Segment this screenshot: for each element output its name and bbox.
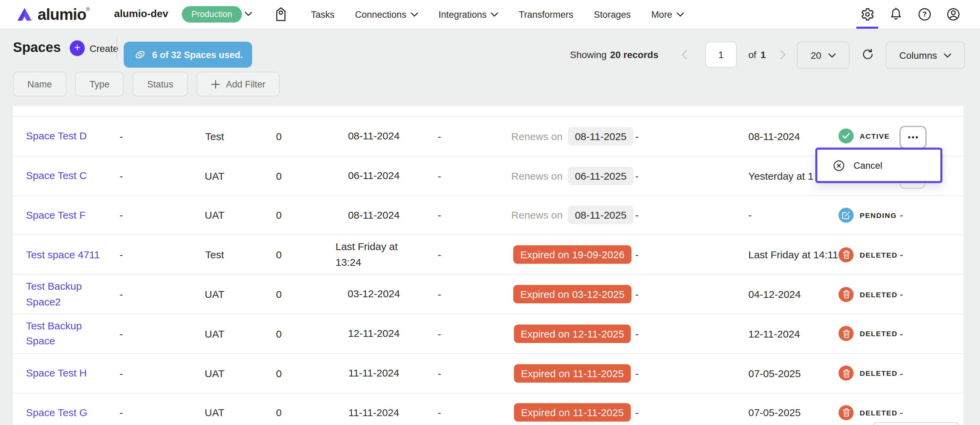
dash-cell: - <box>109 117 133 156</box>
status-label: DELETED <box>860 251 898 259</box>
dash-cell: - <box>426 196 453 235</box>
dash-cell: - <box>623 236 651 274</box>
dash-cell: - <box>109 196 133 235</box>
dash-cell: - <box>894 196 908 235</box>
nav-item-more[interactable]: More <box>651 9 684 19</box>
expired-badge: Expired on 19-09-2026 <box>513 246 631 264</box>
space-name-cell: Space Test G <box>26 393 102 425</box>
space-name-cell: Space Test H <box>26 354 102 393</box>
dash-cell: - <box>109 314 133 353</box>
alumio-logo[interactable]: alumio ® <box>16 5 90 23</box>
columns-button[interactable]: Columns <box>886 42 965 69</box>
table-row: Space Test G-UAT011-11-2024-Expired on 1… <box>13 393 964 425</box>
page-size-select[interactable]: 20 <box>797 42 850 69</box>
space-name-link[interactable]: Test Backup Space2 <box>26 279 102 310</box>
environment-badge[interactable]: Production <box>182 6 242 22</box>
renews-on-label: Renews on <box>511 209 562 221</box>
dash-cell: - <box>894 236 908 274</box>
filter-chip-name[interactable]: Name <box>13 72 66 96</box>
nav-item-tasks[interactable]: Tasks <box>311 9 334 19</box>
dash-cell: - <box>623 196 651 235</box>
chevron-down-icon <box>491 12 498 17</box>
created-date-cell: 08-11-2024 <box>319 117 428 156</box>
status-label: ACTIVE <box>860 132 890 140</box>
nav-item-integrations[interactable]: Integrations <box>438 9 498 19</box>
row-actions-button[interactable] <box>899 126 927 149</box>
spaces-usage-button[interactable]: 6 of 32 Spaces used. <box>124 42 252 68</box>
help-icon[interactable]: ? <box>917 7 932 22</box>
spaces-table: Space Test D-Test008-11-2024-Renews on08… <box>13 106 964 425</box>
logo-wordmark: alumio <box>38 5 86 23</box>
next-page-icon[interactable] <box>780 50 786 59</box>
home-icon[interactable] <box>273 6 289 22</box>
dash-cell: - <box>894 314 908 353</box>
type-cell: UAT <box>180 156 249 196</box>
add-filter-button[interactable]: Add Filter <box>196 72 280 96</box>
spaces-toolbar: Spaces + Create 6 of 32 Spaces used. Sho… <box>0 29 980 72</box>
dash-cell: - <box>623 314 651 353</box>
nav-item-transformers[interactable]: Transformers <box>519 9 573 19</box>
dash-cell: - <box>623 393 651 425</box>
notifications-bell-icon[interactable] <box>888 7 904 22</box>
dash-cell: - <box>426 393 453 425</box>
dash-cell: - <box>894 393 908 425</box>
space-name-link[interactable]: Space Test D <box>26 129 87 144</box>
created-date-cell: 06-11-2024 <box>319 156 428 196</box>
nav-right-icons: ? <box>860 0 961 29</box>
space-name-cell: Test space 4711 <box>26 236 102 274</box>
filter-bar: NameTypeStatusAdd Filter <box>13 72 280 96</box>
refresh-icon[interactable] <box>861 48 874 61</box>
dash-cell: - <box>623 117 651 156</box>
expired-badge: Expired on 03-12-2025 <box>513 285 631 303</box>
create-label: Create <box>89 43 118 54</box>
table-row: Test Backup Space-UAT012-11-2024-Expired… <box>13 314 964 354</box>
page-total: of1 <box>748 49 766 60</box>
nav-item-connections[interactable]: Connections <box>355 9 418 19</box>
created-date-cell: 11-11-2024 <box>319 393 428 425</box>
filter-chip-type[interactable]: Type <box>75 72 124 96</box>
created-date-cell: 12-11-2024 <box>319 314 428 353</box>
space-name-cell: Test Backup Space <box>26 314 102 353</box>
space-name-link[interactable]: Test space 4711 <box>26 247 100 263</box>
previous-page-icon[interactable] <box>681 50 687 59</box>
status-trash-icon <box>838 405 854 420</box>
space-name-link[interactable]: Space Test G <box>26 405 88 420</box>
dash-cell: - <box>109 393 133 425</box>
space-name-link[interactable]: Space Test H <box>26 366 87 381</box>
profile-icon[interactable] <box>946 7 961 22</box>
chevron-down-icon[interactable] <box>245 12 252 16</box>
dash-cell: - <box>426 354 453 393</box>
space-name-link[interactable]: Test Backup Space <box>26 318 102 349</box>
count-cell: 0 <box>262 393 296 425</box>
filter-chip-status[interactable]: Status <box>133 72 188 96</box>
status-trash-icon <box>838 287 854 302</box>
chevron-down-icon <box>676 12 684 17</box>
create-space-button[interactable]: + Create <box>70 40 118 56</box>
dash-cell: - <box>426 156 453 196</box>
space-name-cell: Test Backup Space2 <box>26 275 102 314</box>
dash-cell: - <box>426 314 453 353</box>
partial-bottom-button[interactable] <box>872 422 960 425</box>
active-nav-indicator <box>856 27 878 29</box>
record-count: 20 records <box>610 49 659 60</box>
page-number-input[interactable]: 1 <box>705 42 737 68</box>
type-cell: Test <box>180 236 249 274</box>
type-cell: UAT <box>180 196 249 235</box>
environment-name: alumio-dev <box>114 8 168 19</box>
count-cell: 0 <box>262 117 296 156</box>
status-label: DELETED <box>860 409 898 417</box>
created-date-cell: 11-11-2024 <box>319 354 428 393</box>
nav-item-storages[interactable]: Storages <box>594 9 631 19</box>
type-cell: UAT <box>180 393 249 425</box>
menu-item-cancel[interactable]: Cancel <box>854 160 882 170</box>
created-date-cell: 03-12-2024 <box>319 275 428 314</box>
space-name-link[interactable]: Space Test F <box>26 207 86 223</box>
type-cell: UAT <box>180 275 249 314</box>
space-name-link[interactable]: Space Test C <box>26 168 87 183</box>
type-cell: UAT <box>180 314 249 353</box>
settings-gear-icon[interactable] <box>860 7 875 22</box>
table-row: Space Test F-UAT008-11-2024-Renews on08-… <box>13 196 964 236</box>
dash-cell: - <box>426 117 453 156</box>
toolbar-divider <box>116 37 117 59</box>
row-actions-menu: Cancel <box>815 148 942 183</box>
